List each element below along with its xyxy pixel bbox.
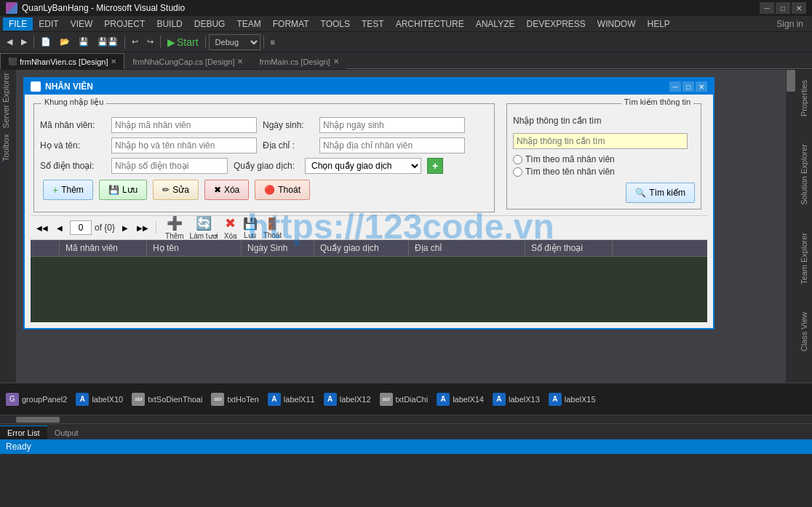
nav-prev-button[interactable]: ◀ [52,220,67,235]
comp-txtSoDienThoai-icon: abl [132,393,145,406]
input-ngaysinh[interactable] [319,117,465,133]
start-button[interactable]: ▶ Start [164,34,202,50]
undo-button[interactable]: ↩ [128,34,142,50]
label-quaygd: Quầy giao dịch: [234,161,299,171]
nav-exit-button[interactable]: 🚪 Thoát [263,217,282,239]
radio-by-name: Tìm theo tên nhân viên [513,167,695,177]
data-grid: Mã nhân viên Họ tên Ngày Sinh Quầy giao … [31,240,707,322]
menu-edit[interactable]: EDIT [33,17,64,31]
config-dropdown[interactable]: Debug Release [209,34,260,50]
comp-txtDiaChi[interactable]: abl txtDiaChi [380,393,429,406]
grid-col-manv[interactable]: Mã nhân viên [60,240,147,256]
nav-next-button[interactable]: ▶ [118,220,132,235]
form-minimize-button[interactable]: ─ [669,81,681,92]
menu-help[interactable]: HELP [642,17,676,31]
comp-txtSoDienThoai[interactable]: abl txtSoDienThoai [132,393,202,406]
menu-format[interactable]: FORMAT [267,17,315,31]
toolbox-tab[interactable]: Toolbox [0,131,16,164]
open-button[interactable]: 📂 [56,34,73,50]
component-bar: G groupPanel2 A labelX10 abl txtSoDienTh… [0,383,812,415]
nav-delete-button[interactable]: ✖ Xóa [224,215,237,240]
sign-in-link[interactable]: Sign in [776,19,809,29]
xoa-button[interactable]: ✖ Xóa [204,180,249,200]
menu-tools[interactable]: TOOLS [315,17,356,31]
input-manv[interactable] [111,117,257,133]
tab-frmmain[interactable]: frmMain.cs [Design] ✕ [251,53,346,69]
comp-labelX13[interactable]: A labelX13 [493,393,540,406]
designer-scrollbar[interactable] [786,70,796,383]
grid-col-diachi[interactable]: Địa chỉ [409,240,525,256]
menu-architecture[interactable]: ARCHITECTURE [390,17,470,31]
saveall-button[interactable]: 💾💾 [94,34,122,50]
tab-close-frmnhacungcap[interactable]: ✕ [237,57,243,65]
nav-refresh-button[interactable]: 🔄 Làm tươi [190,215,218,240]
grid-col-ngaysinh[interactable]: Ngày Sinh [242,240,314,256]
redo-button[interactable]: ↪ [143,34,157,50]
comp-labelX15[interactable]: A labelX15 [549,393,596,406]
comp-groupPanel2[interactable]: G groupPanel2 [6,393,67,406]
comp-labelX10[interactable]: A labelX10 [76,393,123,406]
menu-file[interactable]: FILE [3,17,33,31]
class-view-tab[interactable]: Class View [798,309,810,354]
menu-devexpress[interactable]: DEVEXPRESS [520,17,591,31]
them-button[interactable]: + Thêm [43,180,93,200]
grid-body [31,257,707,322]
menu-test[interactable]: TEST [356,17,390,31]
nav-last-button[interactable]: ▶▶ [135,220,150,235]
tb-extra[interactable]: ≡ [267,34,279,50]
tab-close-frmmain[interactable]: ✕ [333,57,339,65]
solution-explorer-tab[interactable]: Solution Explorer [798,141,810,208]
maximize-button[interactable]: □ [776,2,790,14]
radio-by-name-input[interactable] [513,167,522,177]
comp-txtHoTen-label: txtHoTen [227,395,258,404]
luu-button[interactable]: 💾 Lưu [99,180,147,200]
menu-window[interactable]: WINDOW [592,17,642,31]
row-hoten: Họ và tên: Địa chỉ : [40,137,488,153]
input-hoten[interactable] [111,137,257,153]
select-quaygd[interactable]: Chọn quầy giao dịch [305,158,421,174]
tab-frmnhanvien[interactable]: ⬛ frmNhanVien.cs [Design] ✕ [0,53,124,69]
comp-labelX12[interactable]: A labelX12 [324,393,371,406]
form-maximize-button[interactable]: □ [682,81,694,92]
menu-debug[interactable]: DEBUG [188,17,231,31]
tab-frmnhacungcap[interactable]: frmNhaCungCap.cs [Design] ✕ [124,53,251,69]
grid-col-hoten[interactable]: Họ tên [147,240,242,256]
comp-txtHoTen[interactable]: abl txtHoTen [211,393,258,406]
minimize-button[interactable]: ─ [760,2,774,14]
comp-labelX14[interactable]: A labelX14 [437,393,484,406]
form-close-button[interactable]: ✕ [696,81,707,92]
nav-first-button[interactable]: ◀◀ [35,220,49,235]
menu-project[interactable]: PROJECT [98,17,151,31]
menu-build[interactable]: BUILD [151,17,188,31]
properties-tab[interactable]: Properties [798,77,810,119]
grid-col-sdt[interactable]: Số điện thoại [525,240,613,256]
menu-view[interactable]: VIEW [65,17,99,31]
nav-save-button[interactable]: 💾 Lưu [243,217,258,239]
forward-button[interactable]: ▶ [17,34,31,50]
save-button[interactable]: 💾 [75,34,92,50]
nav-add-button[interactable]: ➕ Thêm [165,215,184,240]
comp-labelX11[interactable]: A labelX11 [268,393,315,406]
nav-add-icon: ➕ [167,215,183,231]
tab-close-frmnhanvien[interactable]: ✕ [111,57,116,65]
menu-team[interactable]: TEAM [231,17,266,31]
add-quaygd-button[interactable]: + [427,158,443,174]
grid-col-quaygd[interactable]: Quầy giao dịch [314,240,409,256]
new-button[interactable]: 📄 [37,34,55,50]
team-explorer-tab[interactable]: Team Explorer [798,230,810,287]
timkiem-button[interactable]: 🔍 Tìm kiếm [626,183,695,203]
menu-analyze[interactable]: ANALYZE [470,17,521,31]
radio-by-id-input[interactable] [513,155,522,164]
horizontal-scrollbar[interactable] [0,415,812,423]
sua-button[interactable]: ✏ Sửa [153,180,199,200]
close-button[interactable]: ✕ [792,2,806,14]
input-sdt[interactable] [111,158,228,174]
nav-position-input[interactable] [70,220,92,235]
server-explorer-tab[interactable]: Server Explorer [0,70,16,131]
back-button[interactable]: ◀ [3,34,16,50]
output-tab[interactable]: Output [47,426,86,439]
thoat-button[interactable]: 🔴 Thoát [255,180,310,200]
error-list-tab[interactable]: Error List [0,426,47,439]
input-diachi[interactable] [319,137,465,153]
search-input[interactable] [513,133,688,149]
